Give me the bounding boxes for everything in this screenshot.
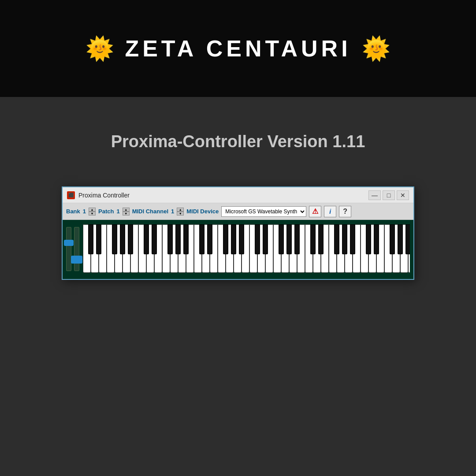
octave-1: [138, 224, 194, 273]
black-key-G#1[interactable]: [175, 224, 181, 254]
info-button[interactable]: i: [324, 206, 336, 217]
maximize-button[interactable]: □: [383, 190, 395, 200]
pitch-slider-track[interactable]: [74, 227, 79, 271]
piano-keyboard[interactable]: [83, 224, 410, 273]
black-key-C#1[interactable]: [144, 224, 149, 254]
black-key-G#5[interactable]: [398, 224, 403, 254]
black-key-F#4[interactable]: [334, 224, 339, 254]
window-title-text: Proxima Controller: [78, 192, 130, 199]
minimize-button[interactable]: —: [368, 190, 381, 200]
window-app-icon: ⬛: [67, 191, 75, 199]
black-key-A#1[interactable]: [183, 224, 189, 254]
black-key-A#2[interactable]: [239, 224, 244, 254]
bank-label: Bank: [66, 208, 80, 215]
window-title-left: ⬛ Proxima Controller: [67, 191, 130, 199]
black-key-G#0[interactable]: [120, 224, 125, 254]
midi-channel-down-btn[interactable]: ▼: [177, 212, 184, 216]
black-key-A#4[interactable]: [350, 224, 355, 254]
midi-channel-spinner[interactable]: ▲ ▼: [177, 208, 184, 216]
help-button[interactable]: ?: [339, 206, 351, 217]
pitch-slider-handle[interactable]: [71, 256, 82, 264]
midi-channel-up-btn[interactable]: ▲: [177, 208, 184, 212]
black-key-D#0[interactable]: [96, 224, 101, 254]
app-title: Proxima-Controller Version 1.11: [111, 132, 365, 151]
midi-channel-value: 1: [171, 208, 174, 215]
velocity-slider-track[interactable]: [66, 227, 71, 271]
sliders-container: [66, 224, 79, 273]
black-key-D#5[interactable]: [374, 224, 379, 254]
bank-value: 1: [83, 208, 86, 215]
patch-label: Patch: [98, 208, 114, 215]
black-key-D#1[interactable]: [152, 224, 157, 254]
close-button[interactable]: ✕: [397, 190, 409, 200]
midi-channel-label: MIDI Channel: [132, 208, 168, 215]
top-banner: 🌞 ZETA CENTAURI 🌞: [0, 0, 476, 97]
black-key-F#3[interactable]: [279, 224, 284, 254]
black-key-D#4[interactable]: [318, 224, 324, 254]
patch-value: 1: [116, 208, 119, 215]
controls-bar: Bank 1 ▲ ▼ Patch 1 ▲ ▼ MIDI Channel 1 ▲ …: [63, 203, 413, 220]
black-key-A#0[interactable]: [128, 224, 133, 254]
patch-down-btn[interactable]: ▼: [123, 212, 130, 216]
window-controls: — □ ✕: [368, 190, 409, 200]
keyboard-area: [63, 220, 413, 279]
warning-button[interactable]: ⚠: [309, 206, 321, 217]
bank-down-btn[interactable]: ▼: [89, 212, 96, 216]
octave-0: [83, 224, 138, 273]
patch-spinner[interactable]: ▲ ▼: [123, 208, 130, 216]
main-content: Proxima-Controller Version 1.11 ⬛ Proxim…: [0, 97, 476, 476]
sun-left-icon: 🌞: [86, 35, 114, 62]
black-key-D#2[interactable]: [207, 224, 212, 254]
black-key-F#5[interactable]: [390, 224, 395, 254]
octave-3: [249, 224, 305, 273]
black-key-C#5[interactable]: [366, 224, 371, 254]
black-key-F#2[interactable]: [223, 224, 228, 254]
window-icon-label: ⬛: [68, 193, 74, 197]
app-window: ⬛ Proxima Controller — □ ✕ Bank 1 ▲ ▼ Pa…: [62, 186, 414, 280]
midi-device-label: MIDI Device: [186, 208, 219, 215]
black-key-C#2[interactable]: [199, 224, 205, 254]
black-key-A#5[interactable]: [405, 224, 410, 254]
black-key-D#3[interactable]: [263, 224, 268, 254]
black-key-C#3[interactable]: [255, 224, 260, 254]
banner-title: ZETA CENTAURI: [125, 35, 351, 62]
bank-up-btn[interactable]: ▲: [89, 208, 96, 212]
black-key-G#4[interactable]: [342, 224, 347, 254]
black-key-F#0[interactable]: [112, 224, 117, 254]
midi-device-select[interactable]: Microsoft GS Wavetable Synth: [221, 206, 306, 217]
black-key-C#0[interactable]: [88, 224, 93, 254]
velocity-slider-handle[interactable]: [64, 240, 74, 246]
black-key-G#3[interactable]: [286, 224, 292, 254]
window-titlebar: ⬛ Proxima Controller — □ ✕: [63, 187, 413, 203]
bank-spinner[interactable]: ▲ ▼: [89, 208, 96, 216]
black-key-G#2[interactable]: [231, 224, 236, 254]
black-key-C#4[interactable]: [310, 224, 316, 254]
patch-up-btn[interactable]: ▲: [123, 208, 130, 212]
sun-right-icon: 🌞: [362, 35, 390, 62]
octave-4: [305, 224, 361, 273]
black-key-A#3[interactable]: [294, 224, 300, 254]
octave-5: [361, 224, 410, 273]
black-key-F#1[interactable]: [167, 224, 173, 254]
octave-2: [194, 224, 249, 273]
